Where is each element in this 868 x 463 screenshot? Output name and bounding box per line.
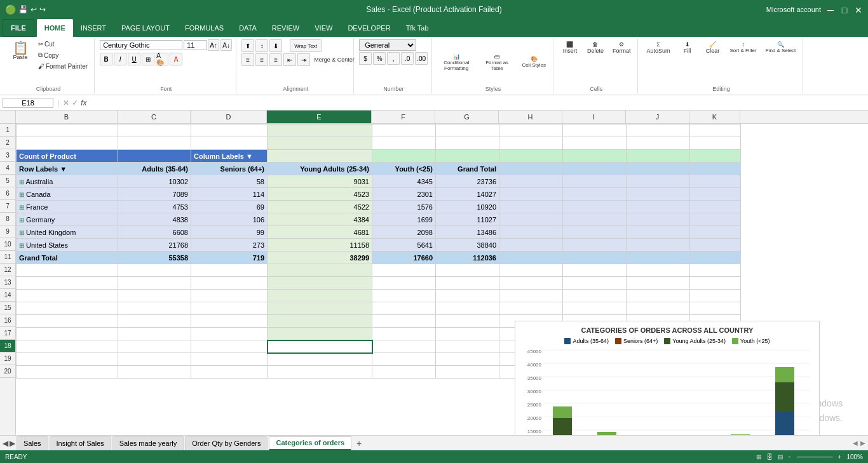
cut-button[interactable]: ✂ Cut (36, 39, 90, 49)
cell-e20[interactable] (268, 366, 372, 379)
row-num-16[interactable]: 16 (0, 314, 15, 327)
font-color-button[interactable]: A (170, 53, 182, 65)
row-num-11[interactable]: 11 (0, 251, 15, 264)
cell-b2[interactable] (17, 137, 118, 150)
cell-g19[interactable] (436, 353, 499, 366)
cell-e13[interactable] (268, 277, 372, 290)
cell-b17[interactable] (17, 328, 118, 340)
cell-b5[interactable]: ⊞ Australia (17, 175, 118, 188)
cell-e18[interactable] (268, 340, 372, 353)
row-num-19[interactable]: 19 (0, 352, 15, 365)
row-num-2[interactable]: 2 (0, 137, 15, 149)
font-name-input[interactable] (100, 40, 182, 50)
cell-j15[interactable] (627, 302, 690, 315)
cell-f16[interactable] (372, 315, 436, 328)
save-icon[interactable]: 💾 (18, 5, 28, 14)
cell-e15[interactable] (268, 302, 372, 315)
cell-j14[interactable] (627, 290, 690, 302)
cell-j9[interactable] (627, 226, 690, 239)
cell-b13[interactable] (17, 277, 118, 290)
zoom-out-icon[interactable]: − (788, 453, 792, 460)
cell-e7[interactable]: 4522 (268, 201, 372, 213)
cell-h13[interactable] (499, 277, 563, 290)
cell-f4[interactable]: Youth (<25) (372, 163, 436, 175)
cell-d5[interactable]: 58 (191, 175, 268, 188)
sheet-tab-categories[interactable]: Categories of orders (269, 436, 351, 450)
sheet-tab-yearly[interactable]: Sales made yearly (112, 436, 184, 450)
decrease-font-button[interactable]: A↓ (220, 39, 232, 51)
cell-i8[interactable] (563, 213, 627, 226)
cell-d13[interactable] (191, 277, 268, 290)
sheet-prev-icon[interactable]: ◀ (3, 439, 8, 448)
tab-tfk[interactable]: Tfk Tab (398, 19, 437, 37)
cell-h15[interactable] (499, 302, 563, 315)
row-num-17[interactable]: 17 (0, 327, 15, 340)
conditional-formatting-button[interactable]: 📊 Conditional Formatting (437, 51, 475, 73)
cell-e3[interactable] (268, 150, 372, 163)
cell-c2[interactable] (118, 137, 191, 150)
cell-g7[interactable]: 10920 (436, 201, 499, 213)
cell-d8[interactable]: 106 (191, 213, 268, 226)
cell-c17[interactable] (118, 328, 191, 340)
cell-b16[interactable] (17, 315, 118, 328)
formula-input[interactable] (89, 98, 865, 107)
sheet-next-icon[interactable]: ▶ (10, 439, 15, 448)
cell-d10[interactable]: 273 (191, 239, 268, 252)
align-right-button[interactable]: ≡ (269, 53, 282, 66)
cell-h1[interactable] (499, 124, 563, 137)
cell-f15[interactable] (372, 302, 436, 315)
cell-k15[interactable] (690, 302, 741, 315)
cell-j12[interactable] (627, 264, 690, 277)
cell-d1[interactable] (191, 124, 268, 137)
cell-c9[interactable]: 6608 (118, 226, 191, 239)
cell-k14[interactable] (690, 290, 741, 302)
cell-e6[interactable]: 4523 (268, 188, 372, 201)
cell-e14[interactable] (268, 290, 372, 302)
cell-i2[interactable] (563, 137, 627, 150)
undo-icon[interactable]: ↩ (31, 5, 37, 14)
cell-d15[interactable] (191, 302, 268, 315)
cell-h4[interactable] (499, 163, 563, 175)
row-num-6[interactable]: 6 (0, 187, 15, 200)
maximize-button[interactable]: □ (840, 5, 849, 14)
cell-g16[interactable] (436, 315, 499, 328)
insert-button[interactable]: ⬛ Insert (559, 39, 581, 56)
cell-c5[interactable]: 10302 (118, 175, 191, 188)
cell-c4[interactable]: Adults (35-64) (118, 163, 191, 175)
cell-c12[interactable] (118, 264, 191, 277)
cell-c10[interactable]: 21768 (118, 239, 191, 252)
page-layout-icon[interactable]: 🗄 (766, 453, 773, 460)
cell-g15[interactable] (436, 302, 499, 315)
cell-e2[interactable] (268, 137, 372, 150)
cell-k10[interactable] (690, 239, 741, 252)
cell-b12[interactable] (17, 264, 118, 277)
formula-confirm-icon[interactable]: ✓ (72, 98, 78, 107)
cell-b20[interactable] (17, 366, 118, 379)
cell-b8[interactable]: ⊞ Germany (17, 213, 118, 226)
cell-e5[interactable]: 9031 (268, 175, 372, 188)
col-header-c[interactable]: C (118, 111, 191, 123)
cell-d2[interactable] (191, 137, 268, 150)
cell-h7[interactable] (499, 201, 563, 213)
merge-center-button[interactable]: Merge & Center (311, 53, 349, 66)
minimize-button[interactable]: ─ (826, 5, 835, 14)
cell-h5[interactable] (499, 175, 563, 188)
tab-data[interactable]: DATA (231, 19, 264, 37)
cell-c13[interactable] (118, 277, 191, 290)
cell-g6[interactable]: 14027 (436, 188, 499, 201)
format-button[interactable]: ⚙ Format (609, 39, 634, 56)
cell-d3[interactable]: Column Labels ▼ (191, 150, 268, 163)
cell-c14[interactable] (118, 290, 191, 302)
cell-d14[interactable] (191, 290, 268, 302)
align-top-button[interactable]: ⬆ (241, 39, 254, 52)
cell-c18[interactable] (118, 340, 191, 353)
cell-b10[interactable]: ⊞ United States (17, 239, 118, 252)
cell-d18[interactable] (191, 340, 268, 353)
cell-e9[interactable]: 4681 (268, 226, 372, 239)
cell-e11[interactable]: 38299 (268, 252, 372, 264)
increase-decimal-button[interactable]: .00 (415, 52, 428, 65)
cell-g2[interactable] (436, 137, 499, 150)
find-select-button[interactable]: 🔍 Find & Select (763, 39, 799, 55)
format-painter-button[interactable]: 🖌 Format Painter (36, 62, 90, 71)
col-header-g[interactable]: G (435, 111, 499, 123)
